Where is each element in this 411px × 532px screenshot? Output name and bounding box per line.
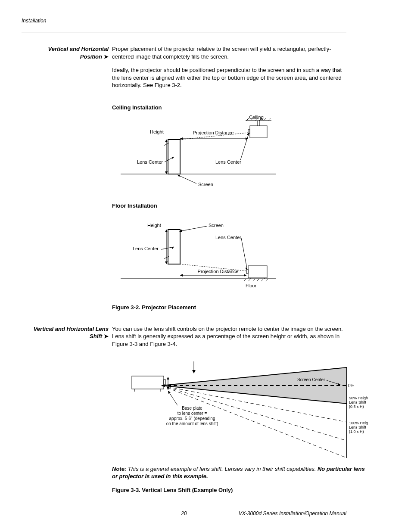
svg-rect-8 xyxy=(250,126,267,138)
svg-line-62 xyxy=(241,238,247,270)
header-rule xyxy=(22,32,346,32)
ceiling-installation-diagram: Ceiling Height Projection Distance Lens … xyxy=(112,115,284,197)
side-heading-position-text: Vertical and Horizontal Position xyxy=(48,46,109,60)
position-paragraph-2: Ideally, the projector should be positio… xyxy=(112,66,346,89)
svg-text:(0.5 x H): (0.5 x H) xyxy=(349,404,364,409)
svg-text:Lens Center: Lens Center xyxy=(137,159,163,165)
svg-line-6 xyxy=(268,118,271,121)
svg-text:Height: Height xyxy=(147,223,161,228)
svg-text:Lens Center: Lens Center xyxy=(133,246,159,251)
svg-text:Floor: Floor xyxy=(246,283,256,288)
svg-text:approx. 5-6" (depending: approx. 5-6" (depending xyxy=(169,416,215,421)
svg-line-35 xyxy=(244,279,246,281)
svg-rect-42 xyxy=(248,266,267,278)
svg-line-40 xyxy=(265,279,268,281)
svg-marker-48 xyxy=(165,230,168,232)
svg-text:Screen: Screen xyxy=(209,223,224,228)
svg-text:Height: Height xyxy=(150,129,164,134)
svg-text:to lens center =: to lens center = xyxy=(177,411,207,416)
svg-marker-66 xyxy=(171,247,174,249)
position-paragraph-1: Proper placement of the projector relati… xyxy=(112,45,346,60)
svg-text:0%: 0% xyxy=(348,383,355,388)
lens-shift-paragraph-1: You can use the lens shift controls on t… xyxy=(112,325,346,348)
svg-text:Projection Distance: Projection Distance xyxy=(193,130,234,135)
svg-marker-97 xyxy=(168,391,171,394)
svg-text:Base plate: Base plate xyxy=(182,406,202,411)
svg-line-37 xyxy=(252,279,255,281)
svg-text:50% Height: 50% Height xyxy=(349,396,368,400)
svg-rect-73 xyxy=(132,376,164,389)
svg-text:Screen Center: Screen Center xyxy=(297,377,325,382)
svg-line-1 xyxy=(246,118,249,121)
svg-line-5 xyxy=(264,118,266,121)
svg-text:Ceiling: Ceiling xyxy=(249,115,264,120)
svg-line-31 xyxy=(177,175,196,184)
svg-rect-76 xyxy=(164,380,165,385)
svg-text:Screen: Screen xyxy=(198,182,213,187)
side-heading-lens-shift-text: Vertical and Horizontal Lens Shift xyxy=(34,326,109,340)
note-label: Note: xyxy=(112,466,126,472)
arrow-icon: ➤ xyxy=(104,53,109,60)
floor-installation-title: Floor Installation xyxy=(112,202,346,210)
svg-marker-15 xyxy=(165,171,168,174)
side-heading-lens-shift: Vertical and Horizontal Lens Shift➤ xyxy=(22,325,112,340)
note-text: This is a general example of lens shift.… xyxy=(126,466,318,472)
svg-text:(1.0 x H): (1.0 x H) xyxy=(349,429,364,434)
manual-title: VX-3000d Series Installation/Operation M… xyxy=(238,510,346,517)
svg-line-59 xyxy=(179,226,207,231)
floor-installation-diagram: Floor Height Projection Distance Screen xyxy=(112,214,284,296)
svg-line-28 xyxy=(240,133,249,160)
svg-text:Lens Shift: Lens Shift xyxy=(349,400,367,404)
page-header: Installation xyxy=(22,17,346,24)
svg-text:Lens Center: Lens Center xyxy=(215,159,241,165)
svg-marker-14 xyxy=(165,140,168,142)
svg-line-36 xyxy=(248,279,251,281)
svg-text:Lens Shift: Lens Shift xyxy=(349,425,367,429)
svg-text:on the amount of lens shift): on the amount of lens shift) xyxy=(166,421,218,426)
svg-marker-49 xyxy=(165,261,168,264)
side-heading-position: Vertical and Horizontal Position➤ xyxy=(22,45,112,60)
svg-marker-53 xyxy=(180,274,183,277)
svg-marker-54 xyxy=(244,274,246,277)
svg-marker-78 xyxy=(192,370,196,373)
page-number: 20 xyxy=(130,510,238,517)
figure-3-3-caption: Figure 3-3. Vertical Lens Shift (Example… xyxy=(112,486,368,494)
vertical-lens-shift-diagram: Screen Center 0% 50% Height Lens Shift (… xyxy=(112,360,368,459)
svg-marker-80 xyxy=(167,377,169,380)
arrow-icon: ➤ xyxy=(104,333,109,339)
svg-line-38 xyxy=(257,279,259,281)
note-block: Note: This is a general example of lens … xyxy=(112,465,368,480)
svg-text:Lens Center: Lens Center xyxy=(215,235,241,240)
ceiling-installation-title: Ceiling Installation xyxy=(112,104,346,112)
svg-line-39 xyxy=(261,279,264,281)
svg-text:100% Height: 100% Height xyxy=(349,421,368,425)
page-footer: 20 VX-3000d Series Installation/Operatio… xyxy=(22,510,346,517)
figure-3-2-caption: Figure 3-2. Projector Placement xyxy=(112,304,346,311)
